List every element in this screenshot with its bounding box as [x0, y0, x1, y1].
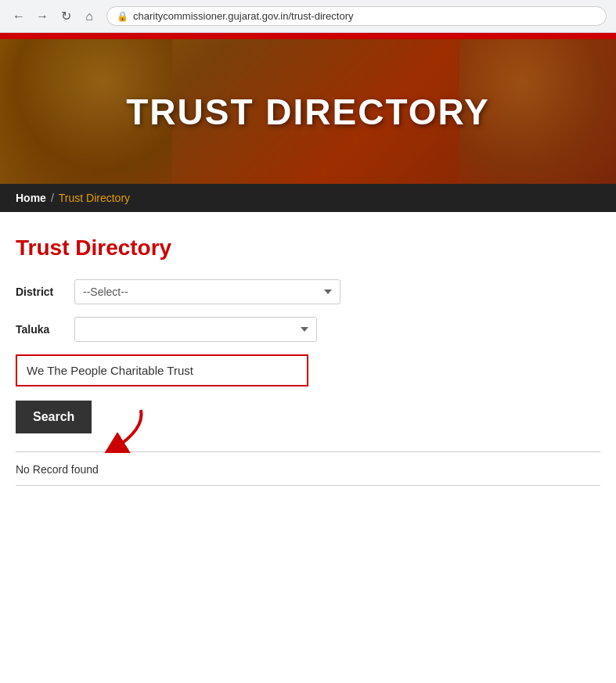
bottom-divider [16, 485, 600, 486]
trust-name-row [16, 354, 600, 386]
district-select[interactable]: --Select-- [74, 279, 340, 304]
arrow-indicator [90, 406, 153, 456]
trust-name-input-wrapper [16, 354, 308, 386]
address-bar[interactable]: 🔒 charitycommissioner.gujarat.gov.in/tru… [106, 6, 607, 26]
trust-name-input[interactable] [17, 356, 307, 385]
back-button[interactable]: ← [9, 7, 28, 26]
search-button[interactable]: Search [16, 401, 92, 433]
main-content: Trust Directory District --Select-- Talu… [0, 212, 616, 506]
breadcrumb-home-link[interactable]: Home [16, 192, 46, 204]
breadcrumb-separator: / [51, 192, 54, 204]
breadcrumb: Home / Trust Directory [0, 184, 616, 212]
home-button[interactable]: ⌂ [80, 7, 99, 26]
url-text: charitycommissioner.gujarat.gov.in/trust… [133, 10, 354, 22]
result-section: No Record found [16, 441, 600, 486]
hero-banner: TRUST DIRECTORY [0, 39, 616, 184]
taluka-label: Taluka [16, 323, 67, 336]
hero-title: TRUST DIRECTORY [126, 91, 489, 133]
breadcrumb-current: Trust Directory [59, 192, 130, 204]
district-label: District [16, 286, 67, 298]
reload-button[interactable]: ↻ [56, 7, 75, 26]
browser-chrome: ← → ↻ ⌂ 🔒 charitycommissioner.gujarat.go… [0, 0, 616, 33]
search-form: District --Select-- Taluka Search [16, 279, 600, 486]
lock-icon: 🔒 [117, 11, 128, 22]
no-record-text: No Record found [16, 458, 600, 480]
forward-button[interactable]: → [33, 7, 52, 26]
search-action-area: Search No Record found [16, 401, 600, 486]
taluka-row: Taluka [16, 317, 600, 342]
district-row: District --Select-- [16, 279, 600, 304]
taluka-select[interactable] [74, 317, 317, 342]
page-title: Trust Directory [16, 235, 600, 261]
nav-buttons: ← → ↻ ⌂ [9, 7, 99, 26]
top-red-bar [0, 33, 616, 39]
